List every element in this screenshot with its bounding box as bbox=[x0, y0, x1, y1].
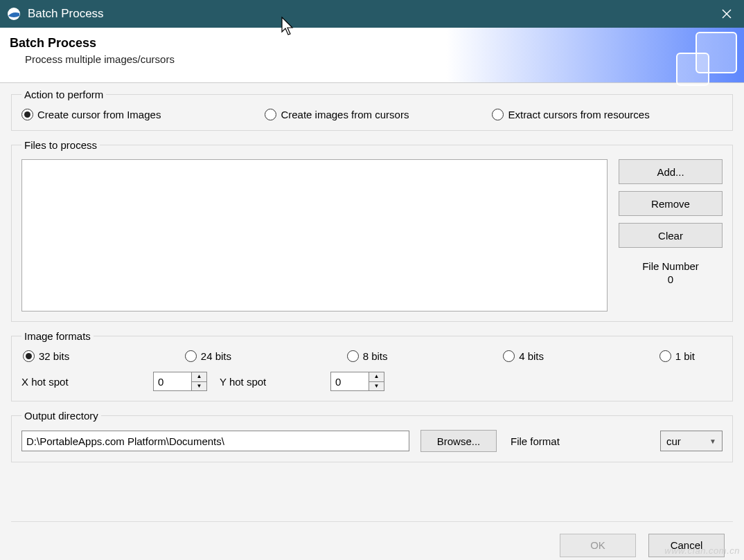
close-button[interactable] bbox=[709, 0, 744, 28]
x-hotspot-label: X hot spot bbox=[21, 376, 153, 388]
radio-label: 24 bits bbox=[201, 350, 231, 362]
radio-icon bbox=[347, 350, 359, 362]
radio-32-bits[interactable]: 32 bits bbox=[23, 350, 69, 362]
spinner-down-icon[interactable]: ▼ bbox=[192, 382, 206, 391]
page-title: Batch Process bbox=[10, 36, 730, 51]
remove-button[interactable]: Remove bbox=[619, 191, 723, 216]
file-number-label: File Number 0 bbox=[619, 260, 723, 285]
radio-extract-cursors-from-resources[interactable]: Extract cursors from resources bbox=[492, 109, 649, 120]
dialog-header: Batch Process Process multiple images/cu… bbox=[0, 28, 744, 83]
output-legend: Output directory bbox=[21, 410, 101, 422]
dialog-button-bar: OK Cancel bbox=[11, 521, 733, 560]
y-hotspot-value: 0 bbox=[331, 372, 369, 390]
ok-button[interactable]: OK bbox=[560, 534, 636, 557]
x-hotspot-spinner[interactable]: 0 ▲ ▼ bbox=[153, 372, 207, 391]
radio-label: Create images from cursors bbox=[281, 109, 409, 120]
file-format-value: cur bbox=[666, 435, 709, 447]
radio-label: 32 bits bbox=[39, 350, 69, 362]
radio-icon bbox=[21, 109, 33, 120]
radio-label: 8 bits bbox=[363, 350, 388, 362]
cancel-button[interactable]: Cancel bbox=[648, 534, 725, 557]
action-legend: Action to perform bbox=[21, 89, 106, 100]
file-number-value: 0 bbox=[619, 273, 723, 285]
close-icon bbox=[722, 9, 732, 19]
image-formats-group: Image formats 32 bits 24 bits 8 bits 4 b… bbox=[11, 330, 733, 401]
radio-24-bits[interactable]: 24 bits bbox=[185, 350, 231, 362]
radio-label: 4 bits bbox=[519, 350, 544, 362]
files-legend: Files to process bbox=[21, 139, 100, 151]
window-title: Batch Process bbox=[28, 7, 104, 21]
file-format-combo[interactable]: cur ▼ bbox=[660, 431, 723, 451]
spinner-up-icon[interactable]: ▲ bbox=[192, 372, 206, 382]
spinner-up-icon[interactable]: ▲ bbox=[369, 372, 384, 382]
file-list[interactable] bbox=[21, 159, 608, 311]
app-icon bbox=[7, 7, 21, 21]
y-hotspot-label: Y hot spot bbox=[220, 376, 330, 388]
radio-label: Create cursor from Images bbox=[37, 109, 161, 120]
dialog-body: Action to perform Create cursor from Ima… bbox=[0, 83, 744, 560]
radio-label: Extract cursors from resources bbox=[508, 109, 649, 120]
radio-icon bbox=[23, 350, 35, 362]
radio-icon bbox=[492, 109, 504, 120]
radio-icon bbox=[659, 350, 671, 362]
radio-1-bit[interactable]: 1 bit bbox=[659, 350, 695, 362]
action-to-perform-group: Action to perform Create cursor from Ima… bbox=[11, 89, 733, 131]
y-hotspot-spinner[interactable]: 0 ▲ ▼ bbox=[330, 372, 384, 391]
output-directory-input[interactable]: D:\PortableApps.com Platform\Documents\ bbox=[21, 431, 409, 451]
spinner-down-icon[interactable]: ▼ bbox=[369, 382, 384, 391]
output-directory-group: Output directory D:\PortableApps.com Pla… bbox=[11, 410, 733, 462]
chevron-down-icon: ▼ bbox=[709, 437, 716, 445]
title-bar: Batch Process bbox=[0, 0, 744, 28]
file-format-label: File format bbox=[511, 435, 560, 447]
page-subtitle: Process multiple images/cursors bbox=[25, 53, 730, 65]
add-button[interactable]: Add... bbox=[619, 159, 723, 184]
radio-icon bbox=[265, 109, 276, 120]
radio-icon bbox=[503, 350, 515, 362]
radio-create-cursor-from-images[interactable]: Create cursor from Images bbox=[21, 109, 161, 120]
files-to-process-group: Files to process Add... Remove Clear Fil… bbox=[11, 139, 733, 322]
radio-create-images-from-cursors[interactable]: Create images from cursors bbox=[265, 109, 409, 120]
radio-8-bits[interactable]: 8 bits bbox=[347, 350, 388, 362]
radio-4-bits[interactable]: 4 bits bbox=[503, 350, 544, 362]
clear-button[interactable]: Clear bbox=[619, 223, 723, 248]
radio-icon bbox=[185, 350, 197, 362]
radio-label: 1 bit bbox=[675, 350, 695, 362]
browse-button[interactable]: Browse... bbox=[420, 430, 497, 452]
x-hotspot-value: 0 bbox=[154, 372, 191, 390]
formats-legend: Image formats bbox=[21, 330, 94, 342]
